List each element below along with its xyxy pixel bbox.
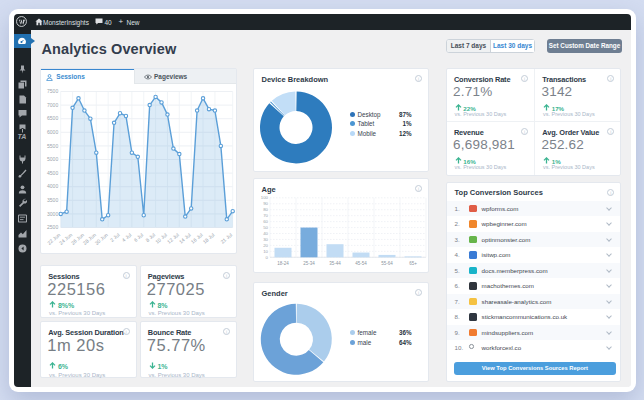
svg-text:2 Jul: 2 Jul [109,231,121,242]
svg-text:7500: 7500 [47,88,58,94]
svg-text:25-34: 25-34 [303,261,315,266]
svg-text:3500: 3500 [47,196,58,202]
svg-text:2500: 2500 [47,224,58,230]
svg-text:55-64: 55-64 [381,261,393,266]
svg-text:100: 100 [260,195,268,200]
svg-text:16 Jul: 16 Jul [190,231,204,244]
svg-text:30 Jun: 30 Jun [94,231,110,245]
svg-text:7000: 7000 [47,101,58,107]
svg-text:5500: 5500 [47,142,58,148]
svg-text:60: 60 [263,219,268,224]
svg-text:80: 80 [263,207,268,212]
svg-text:0: 0 [265,255,268,260]
svg-text:5000: 5000 [47,156,58,162]
svg-text:4500: 4500 [47,169,58,175]
svg-text:50: 50 [263,225,268,230]
svg-text:6500: 6500 [47,115,58,121]
svg-text:65+: 65+ [409,261,417,266]
svg-text:10 Jul: 10 Jul [154,231,168,244]
svg-text:30: 30 [263,237,268,242]
svg-text:45-54: 45-54 [355,261,367,266]
svg-text:6000: 6000 [47,128,58,134]
svg-text:21 Jul: 21 Jul [220,231,234,244]
svg-text:3000: 3000 [47,210,58,216]
svg-text:4000: 4000 [47,183,58,189]
svg-text:40: 40 [263,231,268,236]
svg-text:18 Jul: 18 Jul [202,231,216,244]
svg-text:35-44: 35-44 [329,261,341,266]
svg-text:4 Jul: 4 Jul [121,231,133,242]
svg-text:18-24: 18-24 [277,261,289,266]
svg-text:90: 90 [263,201,268,206]
svg-text:20: 20 [263,243,268,248]
svg-text:10: 10 [263,249,268,254]
svg-text:12 Jul: 12 Jul [166,231,180,244]
svg-text:70: 70 [263,213,268,218]
svg-text:6 Jul: 6 Jul [133,231,145,242]
svg-text:14 Jul: 14 Jul [178,231,192,244]
